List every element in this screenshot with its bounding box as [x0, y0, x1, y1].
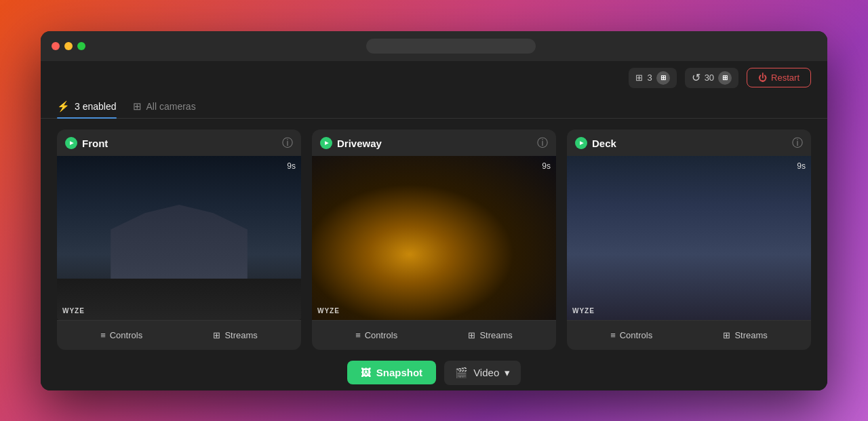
streams-icon-front: ⊞ [213, 330, 220, 340]
app-window: ⊞ 3 ⊞ ↺ 30 ⊞ ⏻ Restart ⚡ 3 enabled ⊞ All… [41, 31, 827, 390]
refresh-icon: ↺ [692, 71, 701, 84]
traffic-lights [52, 42, 85, 50]
live-indicator-deck [575, 137, 587, 149]
streams-button-driveway[interactable]: ⊞ Streams [462, 327, 517, 343]
titlebar-center [85, 39, 816, 54]
timer-deck: 9s [797, 161, 806, 171]
camera-name-driveway: Driveway [320, 137, 382, 149]
camera-footer-front: ≡ Controls ⊞ Streams [57, 320, 301, 350]
video-label: Video [473, 367, 499, 378]
snapshot-button[interactable]: 🖼 Snapshot [347, 361, 436, 384]
camera-card-front: Front ⓘ 9s WYZE ≡ Controls ⊞ St [57, 129, 301, 350]
controls-icon-deck: ≡ [610, 330, 616, 340]
content-area: Front ⓘ 9s WYZE ≡ Controls ⊞ St [41, 119, 827, 390]
camera-footer-deck: ≡ Controls ⊞ Streams [567, 320, 811, 350]
refresh-group: ↺ 30 ⊞ [685, 68, 738, 88]
streams-label-deck: Streams [734, 330, 767, 340]
titlebar [41, 31, 827, 61]
video-icon: 🎬 [455, 367, 468, 379]
snapshot-icon: 🖼 [361, 367, 371, 378]
camera-name-deck: Deck [575, 137, 616, 149]
live-indicator-driveway [320, 137, 332, 149]
feed-deck[interactable]: 9s WYZE [567, 156, 811, 320]
controls-button-front[interactable]: ≡ Controls [95, 327, 148, 343]
info-button-driveway[interactable]: ⓘ [537, 136, 548, 151]
controls-button-deck[interactable]: ≡ Controls [605, 327, 658, 343]
streams-label-driveway: Streams [479, 330, 512, 340]
chevron-down-icon: ▾ [505, 367, 510, 379]
streams-button-front[interactable]: ⊞ Streams [208, 327, 262, 343]
feed-front[interactable]: 9s WYZE [57, 156, 301, 320]
driveway-name-label: Driveway [337, 138, 382, 149]
grid-info-icon: ⊞ [656, 71, 670, 85]
wyze-logo-driveway: WYZE [317, 307, 340, 315]
snapshot-label: Snapshot [376, 367, 422, 378]
streams-icon-driveway: ⊞ [468, 330, 475, 340]
timer-front: 9s [287, 161, 296, 171]
tab-all-label: All cameras [146, 101, 196, 112]
minimize-button[interactable] [64, 42, 73, 50]
streams-label-front: Streams [224, 330, 257, 340]
camera-footer-driveway: ≡ Controls ⊞ Streams [312, 320, 556, 350]
restart-label: Restart [771, 73, 800, 83]
feed-driveway[interactable]: 9s WYZE [312, 156, 556, 320]
refresh-info-icon: ⊞ [718, 71, 732, 85]
power-icon: ⏻ [758, 73, 767, 83]
all-cameras-icon: ⊞ [133, 100, 142, 113]
bottom-bar: 🖼 Snapshot 🎬 Video ▾ [41, 355, 827, 390]
restart-button[interactable]: ⏻ Restart [747, 68, 811, 87]
wyze-logo-deck: WYZE [572, 307, 595, 315]
camera-header-front: Front ⓘ [57, 129, 301, 156]
controls-icon-driveway: ≡ [355, 330, 361, 340]
maximize-button[interactable] [77, 42, 85, 50]
front-name-label: Front [82, 138, 108, 149]
close-button[interactable] [52, 42, 60, 50]
streams-icon-deck: ⊞ [723, 330, 730, 340]
deck-name-label: Deck [592, 138, 616, 149]
info-button-deck[interactable]: ⓘ [792, 136, 803, 151]
live-indicator-front [65, 137, 77, 149]
controls-icon-front: ≡ [100, 330, 106, 340]
streams-button-deck[interactable]: ⊞ Streams [717, 327, 772, 343]
toolbar: ⊞ 3 ⊞ ↺ 30 ⊞ ⏻ Restart [41, 61, 827, 95]
enabled-icon: ⚡ [57, 100, 70, 113]
controls-button-driveway[interactable]: ≡ Controls [350, 327, 403, 343]
controls-label-front: Controls [110, 330, 142, 340]
grid-icon: ⊞ [635, 73, 643, 83]
refresh-count: 30 [705, 73, 714, 83]
video-button[interactable]: 🎬 Video ▾ [444, 361, 521, 385]
controls-label-driveway: Controls [365, 330, 397, 340]
grid-group: ⊞ 3 ⊞ [629, 68, 676, 88]
camera-header-driveway: Driveway ⓘ [312, 129, 556, 156]
search-bar [366, 39, 536, 54]
cameras-grid: Front ⓘ 9s WYZE ≡ Controls ⊞ St [57, 129, 811, 350]
camera-name-front: Front [65, 137, 108, 149]
camera-header-deck: Deck ⓘ [567, 129, 811, 156]
wyze-logo-front: WYZE [62, 307, 85, 315]
tab-enabled[interactable]: ⚡ 3 enabled [57, 95, 117, 118]
camera-card-deck: Deck ⓘ 9s WYZE ≡ Controls ⊞ Str [567, 129, 811, 350]
info-button-front[interactable]: ⓘ [282, 136, 293, 151]
tabs-bar: ⚡ 3 enabled ⊞ All cameras [41, 95, 827, 119]
controls-label-deck: Controls [620, 330, 652, 340]
tab-all-cameras[interactable]: ⊞ All cameras [133, 95, 196, 118]
timer-driveway: 9s [542, 161, 551, 171]
camera-card-driveway: Driveway ⓘ 9s WYZE ≡ Controls ⊞ [312, 129, 556, 350]
tab-enabled-label: 3 enabled [75, 101, 117, 112]
grid-count: 3 [647, 73, 652, 83]
